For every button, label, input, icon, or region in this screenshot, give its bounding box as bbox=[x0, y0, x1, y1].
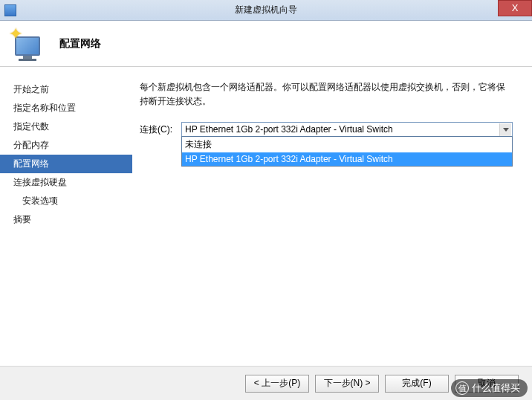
sidebar-item-memory[interactable]: 分配内存 bbox=[0, 136, 132, 155]
sidebar-item-generation[interactable]: 指定代数 bbox=[0, 117, 132, 136]
connection-value: HP Ethernet 1Gb 2-port 332i Adapter - Vi… bbox=[185, 124, 393, 135]
page-title: 配置网络 bbox=[59, 37, 101, 51]
connection-row: 连接(C): HP Ethernet 1Gb 2-port 332i Adapt… bbox=[140, 122, 513, 137]
window-title: 新建虚拟机向导 bbox=[235, 4, 297, 16]
wizard-body: 开始之前 指定名称和位置 指定代数 分配内存 配置网络 连接虚拟硬盘 安装选项 … bbox=[0, 67, 532, 366]
sidebar-item-install[interactable]: 安装选项 bbox=[0, 192, 132, 210]
app-icon bbox=[4, 4, 16, 16]
connection-combobox[interactable]: HP Ethernet 1Gb 2-port 332i Adapter - Vi… bbox=[181, 122, 513, 137]
main-panel: 每个新虚拟机包含一个网络适配器。你可以配置网络适配器以使用虚拟交换机，否则，它将… bbox=[132, 67, 532, 366]
connection-combo-wrap: HP Ethernet 1Gb 2-port 332i Adapter - Vi… bbox=[181, 122, 513, 137]
dropdown-item-disconnected[interactable]: 未连接 bbox=[182, 137, 512, 152]
wizard-icon: ✦ bbox=[10, 26, 46, 62]
watermark-text: 什么值得买 bbox=[472, 381, 520, 395]
close-button[interactable]: X bbox=[498, 0, 532, 16]
titlebar: 新建虚拟机向导 X bbox=[0, 0, 532, 21]
watermark: 值 什么值得买 bbox=[451, 379, 528, 397]
sidebar-item-network[interactable]: 配置网络 bbox=[0, 155, 132, 173]
sidebar: 开始之前 指定名称和位置 指定代数 分配内存 配置网络 连接虚拟硬盘 安装选项 … bbox=[0, 67, 132, 366]
watermark-icon: 值 bbox=[455, 381, 469, 395]
sidebar-item-before-begin[interactable]: 开始之前 bbox=[0, 80, 132, 99]
prev-button[interactable]: < 上一步(P) bbox=[245, 375, 309, 393]
next-button[interactable]: 下一步(N) > bbox=[315, 375, 379, 393]
sidebar-item-summary[interactable]: 摘要 bbox=[0, 210, 132, 229]
wizard-header: ✦ 配置网络 bbox=[0, 21, 532, 67]
connection-label: 连接(C): bbox=[140, 122, 181, 136]
dropdown-item-vswitch[interactable]: HP Ethernet 1Gb 2-port 332i Adapter - Vi… bbox=[182, 152, 512, 166]
connection-dropdown: 未连接 HP Ethernet 1Gb 2-port 332i Adapter … bbox=[181, 136, 513, 167]
finish-button[interactable]: 完成(F) bbox=[385, 375, 449, 393]
sidebar-item-vhd[interactable]: 连接虚拟硬盘 bbox=[0, 173, 132, 192]
sidebar-item-name-location[interactable]: 指定名称和位置 bbox=[0, 99, 132, 117]
description-text: 每个新虚拟机包含一个网络适配器。你可以配置网络适配器以使用虚拟交换机，否则，它将… bbox=[140, 80, 513, 109]
chevron-down-icon[interactable] bbox=[499, 123, 511, 137]
